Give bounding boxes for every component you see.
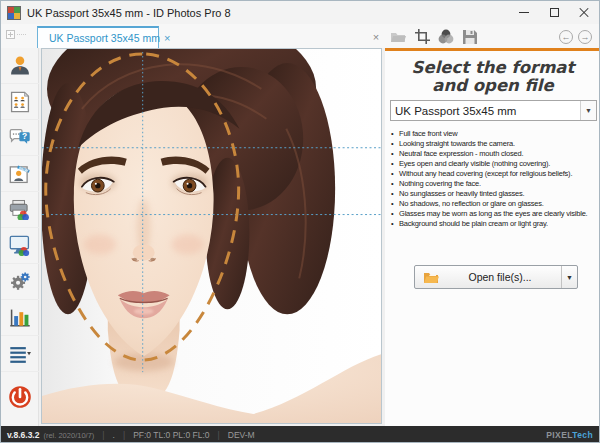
- forward-arrow-icon[interactable]: →: [576, 28, 594, 45]
- photo-workspace: [41, 48, 382, 424]
- tab-uk-passport[interactable]: UK Passport 35x45 mm ×: [37, 26, 159, 48]
- sidebar-item-statistics[interactable]: [1, 300, 39, 336]
- sidebar-item-print-layout[interactable]: [1, 84, 39, 120]
- format-dropdown-value: UK Passport 35x45 mm: [391, 105, 580, 117]
- status-divider: |: [123, 430, 125, 440]
- main-body: ? NEW: [1, 48, 600, 426]
- requirement-item: •Without any head covering (except for r…: [391, 169, 599, 179]
- power-exit-icon: [8, 385, 32, 409]
- printer-calibration-icon: [9, 199, 31, 220]
- sidebar-item-help[interactable]: ?: [1, 120, 39, 156]
- open-files-label: Open file(s)...: [439, 271, 561, 283]
- print-layout-icon: [10, 91, 30, 113]
- panel-title-line1: Select the format: [385, 59, 600, 77]
- back-arrow-icon[interactable]: ←: [557, 28, 575, 45]
- app-window: UK Passport 35x45 mm - ID Photos Pro 8 U…: [0, 0, 600, 443]
- tab-label: UK Passport 35x45 mm: [49, 32, 160, 44]
- minimize-button[interactable]: [509, 1, 539, 24]
- format-panel: Select the format and open file UK Passp…: [385, 48, 600, 426]
- requirement-item: •Nothing covering the face.: [391, 179, 599, 189]
- status-bar: v.8.6.3.2 (rel. 2020/10/7) | . | PF:0 TL…: [1, 426, 600, 443]
- requirement-item: •Neutral face expression - mouth closed.: [391, 149, 599, 159]
- status-flags: PF:0 TL:0 PL:0 FL:0: [133, 430, 209, 440]
- crop-tool-icon[interactable]: [413, 28, 431, 45]
- requirement-item: •No sunglasses or heavily tinted glasses…: [391, 189, 599, 199]
- panel-title: Select the format and open file: [385, 59, 600, 95]
- panel-title-line2: and open file: [385, 77, 600, 95]
- portrait-photo: [42, 49, 381, 423]
- open-files-dropdown-icon[interactable]: ▼: [562, 274, 577, 281]
- sidebar-item-whats-new[interactable]: NEW: [1, 156, 39, 192]
- requirement-item: •Full face front view: [391, 129, 599, 139]
- monitor-calibration-icon: [9, 235, 31, 256]
- save-icon[interactable]: [461, 28, 479, 45]
- sidebar-item-printer-calibration[interactable]: [1, 192, 39, 228]
- svg-text:?: ?: [22, 131, 27, 141]
- tab-close-icon[interactable]: ×: [160, 32, 170, 44]
- version-label: v.8.6.3.2: [7, 430, 39, 440]
- pixeltech-logo: PIXELTech: [546, 430, 593, 440]
- sidebar-item-exit[interactable]: [1, 382, 39, 412]
- whats-new-icon: NEW: [9, 164, 31, 184]
- help-chat-icon: ?: [9, 128, 31, 148]
- sidebar-item-user-photo[interactable]: [1, 48, 39, 84]
- sidebar-item-menu[interactable]: [1, 336, 39, 372]
- app-logo-icon: [7, 6, 21, 20]
- release-date-label: (rel. 2020/10/7): [43, 431, 94, 440]
- requirement-item: •Background should be plain cream or lig…: [391, 219, 599, 229]
- sidebar-item-settings[interactable]: [1, 264, 39, 300]
- main-menu-icon: [9, 345, 31, 363]
- close-document-icon[interactable]: ×: [367, 28, 385, 45]
- requirement-item: •Eyes open and clearly visible (nothing …: [391, 159, 599, 169]
- statistics-chart-icon: [9, 308, 31, 328]
- requirement-item: •No shadows, no reflection or glare on g…: [391, 199, 599, 209]
- status-dot: .: [113, 430, 115, 440]
- tab-bar: UK Passport 35x45 mm × ×: [1, 24, 599, 48]
- maximize-button[interactable]: [539, 1, 569, 24]
- settings-gears-icon: [9, 271, 31, 292]
- window-title: UK Passport 35x45 mm - ID Photos Pro 8: [27, 7, 231, 19]
- open-folder-icon[interactable]: [389, 28, 407, 45]
- sidebar-item-monitor-calibration[interactable]: [1, 228, 39, 264]
- requirement-item: •Glasses may be worn as long as the eyes…: [391, 209, 599, 219]
- status-divider: |: [102, 430, 104, 440]
- format-dropdown[interactable]: UK Passport 35x45 mm ▼: [390, 100, 597, 121]
- open-folder-orange-icon: [423, 271, 439, 284]
- dev-mode-label: DEV-M: [228, 430, 255, 440]
- close-button[interactable]: [569, 1, 599, 24]
- user-photo-icon: [9, 55, 31, 76]
- sidebar: ? NEW: [1, 48, 39, 426]
- color-adjust-icon[interactable]: [437, 28, 455, 45]
- status-divider: |: [218, 430, 220, 440]
- chevron-down-icon[interactable]: ▼: [580, 101, 596, 120]
- panel-toggle-icon[interactable]: [6, 28, 28, 44]
- title-bar: UK Passport 35x45 mm - ID Photos Pro 8: [1, 1, 599, 24]
- open-files-button[interactable]: Open file(s)... ▼: [414, 265, 578, 289]
- requirements-list: •Full face front view •Looking straight …: [391, 129, 599, 229]
- requirement-item: •Looking straight towards the camera.: [391, 139, 599, 149]
